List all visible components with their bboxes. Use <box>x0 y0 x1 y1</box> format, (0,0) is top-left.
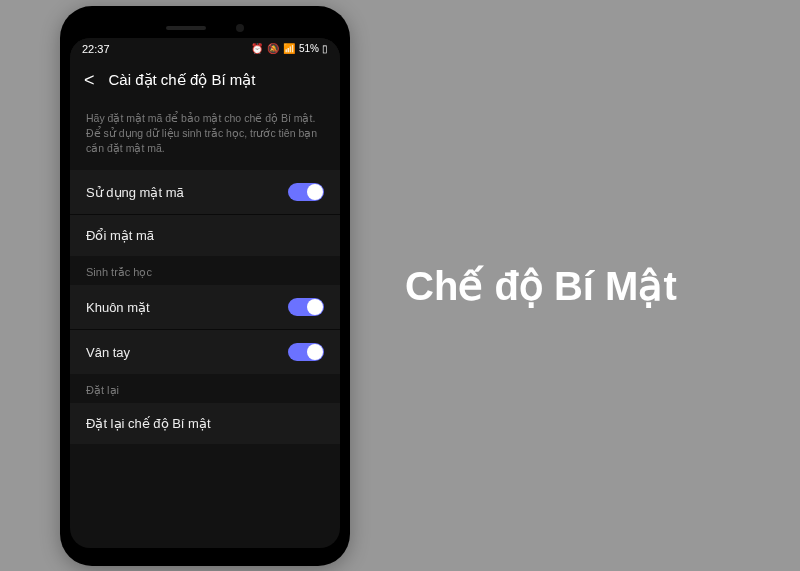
mute-icon: 🔕 <box>267 43 280 54</box>
page-header: < Cài đặt chế độ Bí mật <box>70 60 340 101</box>
use-passcode-label: Sử dụng mật mã <box>86 185 184 200</box>
phone-frame: 22:37 ⏰ 🔕 📶 51% ▯ < Cài đặt chế độ Bí mậ… <box>60 6 350 566</box>
phone-sensor-bar <box>70 18 340 38</box>
change-passcode-row[interactable]: Đổi mật mã <box>70 215 340 256</box>
toggle-knob <box>307 184 323 200</box>
reset-label: Đặt lại chế độ Bí mật <box>86 416 211 431</box>
status-bar: 22:37 ⏰ 🔕 📶 51% ▯ <box>70 38 340 60</box>
toggle-knob <box>307 299 323 315</box>
signal-icon: 📶 <box>283 43 296 54</box>
speaker-sensor <box>166 26 206 30</box>
description-text: Hãy đặt mật mã để bảo mật cho chế độ Bí … <box>70 101 340 171</box>
battery-icon: ▯ <box>322 43 328 54</box>
status-indicators: ⏰ 🔕 📶 51% ▯ <box>251 43 328 54</box>
reset-section-header: Đặt lại <box>70 374 340 403</box>
phone-screen: 22:37 ⏰ 🔕 📶 51% ▯ < Cài đặt chế độ Bí mậ… <box>70 38 340 548</box>
alarm-icon: ⏰ <box>251 43 264 54</box>
face-toggle[interactable] <box>288 298 324 316</box>
battery-percent: 51% <box>299 43 319 54</box>
page-title: Cài đặt chế độ Bí mật <box>109 71 256 89</box>
reset-row[interactable]: Đặt lại chế độ Bí mật <box>70 403 340 444</box>
side-title: Chế độ Bí Mật <box>405 263 677 309</box>
fingerprint-label: Vân tay <box>86 345 130 360</box>
status-time: 22:37 <box>82 43 110 55</box>
use-passcode-row[interactable]: Sử dụng mật mã <box>70 170 340 214</box>
face-row[interactable]: Khuôn mặt <box>70 285 340 329</box>
front-camera <box>236 24 244 32</box>
biometrics-section-header: Sinh trắc học <box>70 256 340 285</box>
fingerprint-toggle[interactable] <box>288 343 324 361</box>
change-passcode-label: Đổi mật mã <box>86 228 154 243</box>
use-passcode-toggle[interactable] <box>288 183 324 201</box>
back-icon[interactable]: < <box>84 70 95 91</box>
fingerprint-row[interactable]: Vân tay <box>70 330 340 374</box>
face-label: Khuôn mặt <box>86 300 150 315</box>
toggle-knob <box>307 344 323 360</box>
